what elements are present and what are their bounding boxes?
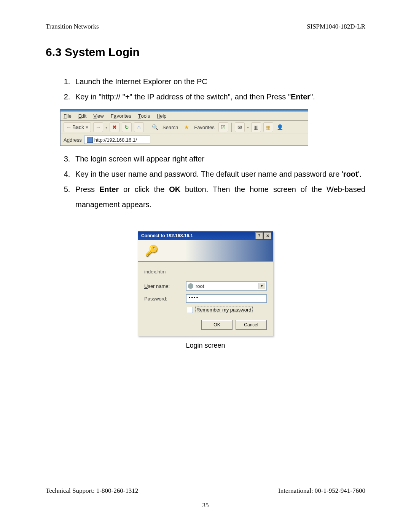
home-button[interactable]: ⌂: [134, 122, 144, 132]
step-3: The login screen will appear right after: [72, 151, 365, 166]
address-label: Address: [64, 137, 84, 143]
step-4-tail: '.: [358, 170, 362, 178]
dialog-banner: 🔑: [138, 240, 273, 262]
step-5-b1: Enter: [99, 185, 119, 193]
step-2-text: Key in "http:// "+" the IP address of th…: [75, 93, 291, 101]
step-4: Key in the user name and password. The d…: [72, 166, 365, 182]
refresh-button[interactable]: ↻: [122, 122, 132, 132]
cancel-button[interactable]: Cancel: [236, 320, 267, 330]
print-button[interactable]: ▥: [251, 122, 261, 132]
back-button[interactable]: ← Back ▾: [64, 122, 91, 132]
username-input[interactable]: root ▼: [186, 281, 267, 291]
password-input[interactable]: ••••: [186, 294, 267, 303]
step-2-bold: Enter: [291, 93, 310, 101]
dialog-title-text: Connect to 192.168.16.1: [141, 233, 193, 238]
messenger-button[interactable]: 👤: [276, 123, 285, 132]
media-button[interactable]: ☑: [218, 122, 228, 132]
login-dialog: Connect to 192.168.16.1 ? ✕ 🔑 index.htm …: [138, 231, 273, 336]
figure-caption: Login screen: [46, 342, 365, 350]
dialog-titlebar: Connect to 192.168.16.1 ? ✕: [138, 232, 273, 240]
header-right: SISPM1040-182D-LR: [307, 23, 365, 30]
keys-icon: 🔑: [145, 244, 158, 257]
dialog-realm: index.htm: [144, 269, 267, 275]
menu-edit[interactable]: Edit: [78, 113, 87, 119]
footer-right: International: 00-1-952-941-7600: [278, 487, 365, 495]
step-5-b2: OK: [169, 185, 180, 193]
page-number: 35: [46, 502, 365, 509]
step-4-bold: root: [343, 170, 358, 178]
menu-help[interactable]: Help: [157, 113, 166, 119]
user-icon: [188, 283, 193, 289]
stop-button[interactable]: ✖: [110, 122, 119, 132]
edit-button[interactable]: ▦: [263, 122, 273, 132]
footer-left: Technical Support: 1-800-260-1312: [46, 487, 138, 495]
ie-menubar: File Edit View Favorites Tools Help: [61, 112, 308, 121]
step-5-c: or click the: [119, 185, 169, 193]
password-label: Password:: [144, 296, 186, 302]
close-button[interactable]: ✕: [264, 232, 271, 239]
back-icon: ←: [66, 124, 72, 130]
mail-button[interactable]: ✉: [235, 122, 245, 132]
back-label: Back: [72, 124, 86, 130]
page-icon: [87, 137, 93, 143]
search-button[interactable]: Search: [162, 125, 180, 130]
ok-button[interactable]: OK: [201, 320, 233, 330]
header-left: Transition Networks: [46, 23, 99, 30]
forward-button[interactable]: →: [93, 122, 103, 132]
ie-toolbar: ← Back ▾ → ▾ ✖ ↻ ⌂ 🔍 Search ★ Favorites …: [61, 121, 308, 134]
favorites-button[interactable]: Favorites: [193, 125, 216, 130]
search-icon: 🔍: [150, 123, 159, 132]
address-url: http://192.168.16.1/: [94, 137, 137, 143]
chevron-down-icon[interactable]: ▼: [258, 283, 265, 289]
step-4-text: Key in the user name and password. The d…: [75, 170, 343, 178]
menu-file[interactable]: File: [64, 113, 72, 119]
menu-view[interactable]: View: [93, 113, 104, 119]
favorites-star-icon: ★: [182, 123, 191, 132]
section-heading: 6.3 System Login: [46, 46, 365, 59]
help-button[interactable]: ?: [255, 232, 263, 239]
step-2-tail: ".: [310, 93, 315, 101]
step-2: Key in "http:// "+" the IP address of th…: [72, 89, 365, 104]
ie-address-bar: Address http://192.168.16.1/: [61, 134, 308, 145]
remember-label: Remember my password: [195, 307, 253, 313]
address-input[interactable]: http://192.168.16.1/: [84, 136, 150, 144]
username-value: root: [196, 283, 258, 289]
menu-favorites[interactable]: Favorites: [111, 113, 131, 119]
step-5: Press Enter or click the OK button. Then…: [72, 182, 365, 212]
remember-checkbox[interactable]: [187, 307, 193, 313]
menu-tools[interactable]: Tools: [138, 113, 150, 119]
step-1: Launch the Internet Explorer on the PC: [72, 74, 365, 89]
username-label: User name:: [144, 283, 186, 289]
ie-window: File Edit View Favorites Tools Help ← Ba…: [60, 109, 308, 146]
step-5-a: Press: [75, 185, 99, 193]
